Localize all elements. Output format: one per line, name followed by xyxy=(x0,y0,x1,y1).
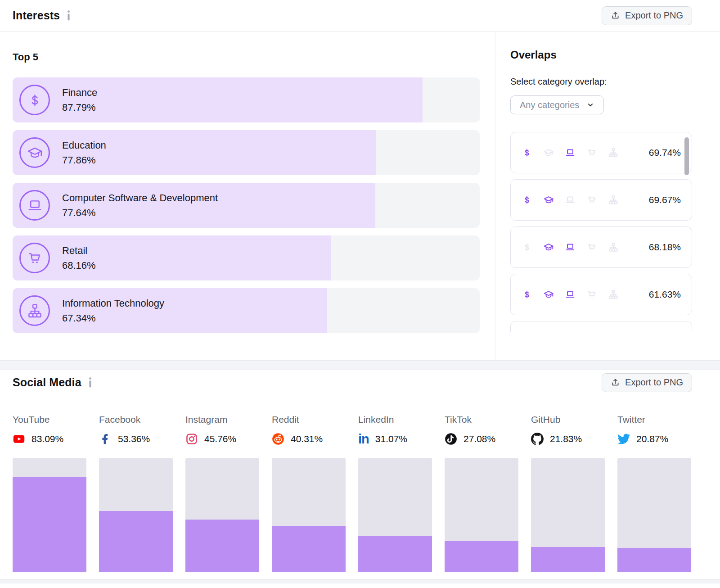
overlap-card[interactable]: 68.18% xyxy=(510,226,692,268)
export-png-button[interactable]: Export to PNG xyxy=(602,6,692,25)
network-icon xyxy=(19,295,50,326)
graduation-cap-icon xyxy=(19,137,50,168)
section-divider xyxy=(0,579,720,583)
overlap-card[interactable]: 69.67% xyxy=(510,179,692,221)
overlaps-section: Overlaps Select category overlap: Any ca… xyxy=(495,32,720,360)
laptop-icon xyxy=(565,242,576,253)
graduation-cap-icon xyxy=(543,242,554,253)
overlap-cards-list: 69.74% 69.67% 68.18% xyxy=(510,132,692,332)
chevron-down-icon xyxy=(586,101,594,109)
social-media-header: Social Media Export to PNG xyxy=(0,370,720,395)
dollar-icon xyxy=(522,147,532,158)
top5-bar-list: Finance 87.79% Education 77.86% xyxy=(13,77,480,333)
overlap-percent: 69.67% xyxy=(649,194,681,205)
dollar-icon xyxy=(19,85,50,115)
platform-bar xyxy=(185,458,259,572)
platform-percent: 27.08% xyxy=(464,434,495,444)
interest-row-finance: Finance 87.79% xyxy=(13,77,480,122)
platform-bar xyxy=(445,458,518,572)
overlap-card-clipped[interactable] xyxy=(510,321,692,332)
platform-name: GitHub xyxy=(531,414,605,426)
laptop-icon xyxy=(565,289,576,300)
platform-percent: 40.31% xyxy=(291,434,323,444)
tiktok-icon xyxy=(445,433,457,445)
export-png-button[interactable]: Export to PNG xyxy=(602,373,692,392)
youtube-icon xyxy=(13,433,25,445)
dropdown-value: Any categories xyxy=(520,100,579,110)
social-column-instagram: Instagram 45.76% xyxy=(185,414,259,572)
platform-name: Twitter xyxy=(617,414,691,426)
shopping-cart-icon xyxy=(586,289,597,300)
interests-panel: Interests Export to PNG Top 5 Finance 87… xyxy=(0,0,720,360)
platform-bar-fill xyxy=(617,548,691,572)
platform-bar xyxy=(531,458,605,572)
interest-row-education: Education 77.86% xyxy=(13,130,480,175)
interest-percent: 68.16% xyxy=(62,260,96,271)
social-column-twitter: Twitter 20.87% xyxy=(617,414,691,572)
interest-row-information-technology: Information Technology 67.34% xyxy=(13,288,480,333)
github-icon xyxy=(531,433,544,445)
social-column-facebook: Facebook 53.36% xyxy=(99,414,173,572)
interests-header: Interests Export to PNG xyxy=(0,0,720,32)
platform-percent: 83.09% xyxy=(32,434,63,444)
platform-bar-fill xyxy=(185,520,259,572)
shopping-cart-icon xyxy=(19,243,50,273)
top5-title: Top 5 xyxy=(13,51,495,63)
interest-row-retail: Retail 68.16% xyxy=(13,235,480,280)
interest-label: Finance xyxy=(62,87,97,99)
platform-bar-fill xyxy=(99,511,173,572)
twitter-icon xyxy=(617,433,630,445)
overlaps-scrollbar[interactable] xyxy=(684,137,689,175)
overlap-percent: 68.18% xyxy=(649,242,681,253)
platform-percent: 31.07% xyxy=(375,434,407,444)
graduation-cap-icon xyxy=(543,147,554,158)
laptop-icon xyxy=(19,190,50,221)
interests-title: Interests xyxy=(13,9,60,22)
upload-icon xyxy=(611,378,620,387)
overlaps-title: Overlaps xyxy=(510,49,692,61)
platform-bar xyxy=(272,458,346,572)
info-icon[interactable] xyxy=(66,10,71,21)
network-icon xyxy=(608,242,619,253)
export-png-label: Export to PNG xyxy=(625,10,683,21)
platform-percent: 21.83% xyxy=(550,434,582,444)
platform-name: Facebook xyxy=(99,414,173,426)
platform-bar-fill xyxy=(358,536,432,572)
platform-bar xyxy=(358,458,432,572)
interest-label: Information Technology xyxy=(62,298,164,309)
social-media-panel: Social Media Export to PNG YouTube 83.09… xyxy=(0,370,720,583)
graduation-cap-icon xyxy=(543,289,554,300)
social-column-tiktok: TikTok 27.08% xyxy=(445,414,518,572)
platform-bar-fill xyxy=(445,541,518,572)
platform-percent: 53.36% xyxy=(118,434,150,444)
platform-name: Instagram xyxy=(185,414,259,426)
overlap-percent: 61.63% xyxy=(649,289,681,300)
laptop-icon xyxy=(565,147,576,158)
platform-name: Reddit xyxy=(272,414,346,426)
overlap-card[interactable]: 61.63% xyxy=(510,274,692,315)
instagram-icon xyxy=(185,433,198,445)
interest-label: Computer Software & Development xyxy=(62,192,218,204)
social-column-github: GitHub 21.83% xyxy=(531,414,605,572)
section-divider xyxy=(0,360,720,370)
platform-bar-fill xyxy=(13,477,86,572)
overlap-card[interactable]: 69.74% xyxy=(510,132,692,173)
linkedin-icon: in xyxy=(358,433,369,445)
laptop-icon xyxy=(565,194,576,205)
social-column-youtube: YouTube 83.09% xyxy=(13,414,86,572)
category-overlap-dropdown[interactable]: Any categories xyxy=(510,95,604,114)
interest-row-computer-software: Computer Software & Development 77.64% xyxy=(13,183,480,228)
platform-bar xyxy=(13,458,86,572)
platform-name: LinkedIn xyxy=(358,414,432,426)
graduation-cap-icon xyxy=(543,194,554,205)
platform-percent: 20.87% xyxy=(636,434,668,444)
social-media-title: Social Media xyxy=(13,376,81,389)
platform-bar-fill xyxy=(272,526,346,572)
shopping-cart-icon xyxy=(586,194,597,205)
platform-bar-fill xyxy=(531,547,605,572)
shopping-cart-icon xyxy=(586,242,597,253)
info-icon[interactable] xyxy=(88,377,93,388)
shopping-cart-icon xyxy=(586,147,597,158)
export-png-label: Export to PNG xyxy=(625,377,683,388)
dollar-icon xyxy=(522,289,532,300)
